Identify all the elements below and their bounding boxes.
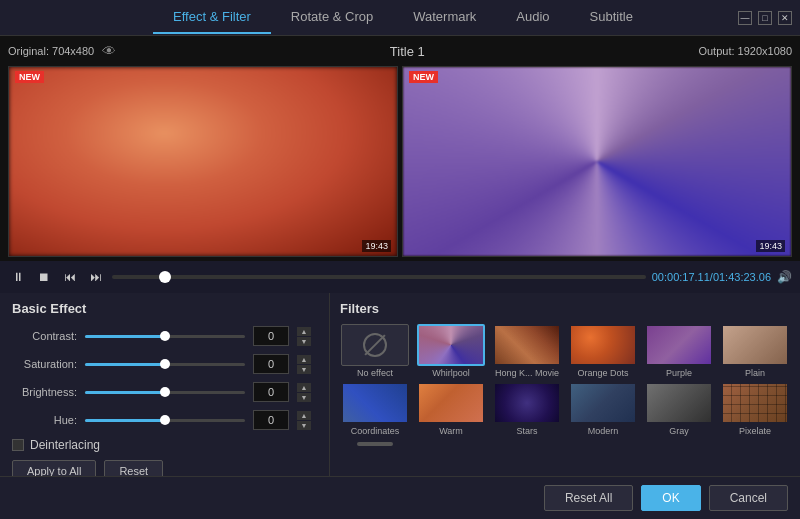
filter-item-plain[interactable]: Plain [720, 324, 790, 378]
whirlpool-image [419, 326, 483, 364]
hue-up[interactable]: ▲ [297, 411, 311, 420]
original-timestamp: 19:43 [362, 240, 391, 252]
hue-down[interactable]: ▼ [297, 421, 311, 430]
filter-item-whirlpool[interactable]: Whirlpool [416, 324, 486, 378]
tab-watermark[interactable]: Watermark [393, 1, 496, 34]
filter-name-modern: Modern [588, 426, 619, 436]
next-button[interactable]: ⏭ [86, 268, 106, 286]
cancel-button[interactable]: Cancel [709, 485, 788, 511]
hue-thumb[interactable] [160, 415, 170, 425]
filter-item-coordinates[interactable]: Coordinates [340, 382, 410, 446]
no-effect-symbol [363, 333, 387, 357]
filter-name-warm: Warm [439, 426, 463, 436]
hue-value: 0 [253, 410, 289, 430]
transport-bar: ⏸ ⏹ ⏮ ⏭ 00:00:17.11/01:43:23.06 🔊 [0, 261, 800, 293]
saturation-track[interactable] [85, 363, 245, 366]
brightness-value: 0 [253, 382, 289, 402]
filter-item-purple[interactable]: Purple [644, 324, 714, 378]
filter-thumb-plain [721, 324, 789, 366]
original-label: Original: 704x480 [8, 45, 94, 57]
deinterlace-label: Deinterlacing [30, 438, 100, 452]
contrast-track[interactable] [85, 335, 245, 338]
video-info-bar: Original: 704x480 👁 Title 1 Output: 1920… [0, 36, 800, 66]
filter-item-gray[interactable]: Gray [644, 382, 714, 446]
close-button[interactable]: ✕ [778, 11, 792, 25]
saturation-thumb[interactable] [160, 359, 170, 369]
tab-effect-filter[interactable]: Effect & Filter [153, 1, 271, 34]
filter-thumb-stars [493, 382, 561, 424]
contrast-value: 0 [253, 326, 289, 346]
modern-image [571, 384, 635, 422]
contrast-row: Contrast: 0 ▲ ▼ [12, 326, 317, 346]
saturation-up[interactable]: ▲ [297, 355, 311, 364]
contrast-fill [85, 335, 165, 338]
filter-item-orangedots[interactable]: Orange Dots [568, 324, 638, 378]
prev-button[interactable]: ⏮ [60, 268, 80, 286]
eye-icon[interactable]: 👁 [102, 43, 116, 59]
stars-image [495, 384, 559, 422]
warm-image [419, 384, 483, 422]
tab-subtitle[interactable]: Subtitle [570, 1, 653, 34]
original-preview: NEW 19:43 [8, 66, 398, 257]
stop-button[interactable]: ⏹ [34, 268, 54, 286]
reset-all-button[interactable]: Reset All [544, 485, 633, 511]
brightness-track[interactable] [85, 391, 245, 394]
brightness-down[interactable]: ▼ [297, 393, 311, 402]
hongkong-image [495, 326, 559, 364]
filter-item-stars[interactable]: Stars [492, 382, 562, 446]
filter-item-modern[interactable]: Modern [568, 382, 638, 446]
window-controls: — □ ✕ [738, 11, 792, 25]
contrast-thumb[interactable] [160, 331, 170, 341]
maximize-button[interactable]: □ [758, 11, 772, 25]
orangedots-image [571, 326, 635, 364]
filter-thumb-whirlpool [417, 324, 485, 366]
filter-name-gray: Gray [669, 426, 689, 436]
title-bar: Effect & Filter Rotate & Crop Watermark … [0, 0, 800, 36]
basic-effect-title: Basic Effect [12, 301, 317, 316]
filter-item-pixelate[interactable]: Pixelate [720, 382, 790, 446]
filter-thumb-purple [645, 324, 713, 366]
brightness-label: Brightness: [12, 386, 77, 398]
tab-bar: Effect & Filter Rotate & Crop Watermark … [68, 1, 738, 34]
brightness-thumb[interactable] [160, 387, 170, 397]
saturation-value: 0 [253, 354, 289, 374]
pause-button[interactable]: ⏸ [8, 268, 28, 286]
deinterlace-checkbox[interactable] [12, 439, 24, 451]
filter-thumb-modern [569, 382, 637, 424]
filter-name-pixelate: Pixelate [739, 426, 771, 436]
contrast-up[interactable]: ▲ [297, 327, 311, 336]
effect-new-badge: NEW [409, 71, 438, 83]
contrast-label: Contrast: [12, 330, 77, 342]
filter-name-hongkong: Hong K... Movie [495, 368, 559, 378]
no-effect-thumb [341, 324, 409, 366]
brightness-up[interactable]: ▲ [297, 383, 311, 392]
coordinates-image [343, 384, 407, 422]
filter-item-hongkong[interactable]: Hong K... Movie [492, 324, 562, 378]
saturation-spinner: ▲ ▼ [297, 355, 311, 374]
contrast-down[interactable]: ▼ [297, 337, 311, 346]
bottom-area: Basic Effect Contrast: 0 ▲ ▼ Saturation:… [0, 293, 800, 519]
saturation-down[interactable]: ▼ [297, 365, 311, 374]
preview-row: NEW 19:43 NEW 19:43 [0, 66, 800, 261]
gray-image [647, 384, 711, 422]
output-label: Output: 1920x1080 [698, 45, 792, 57]
minimize-button[interactable]: — [738, 11, 752, 25]
hue-track[interactable] [85, 419, 245, 422]
filter-item-no-effect[interactable]: No effect [340, 324, 410, 378]
progress-track[interactable] [112, 275, 646, 279]
filter-item-warm[interactable]: Warm [416, 382, 486, 446]
brightness-spinner: ▲ ▼ [297, 383, 311, 402]
hue-row: Hue: 0 ▲ ▼ [12, 410, 317, 430]
ok-button[interactable]: OK [641, 485, 700, 511]
original-preview-image [9, 67, 397, 256]
brightness-fill [85, 391, 165, 394]
volume-icon[interactable]: 🔊 [777, 270, 792, 284]
filter-thumb-warm [417, 382, 485, 424]
progress-thumb[interactable] [159, 271, 171, 283]
hue-spinner: ▲ ▼ [297, 411, 311, 430]
tab-rotate-crop[interactable]: Rotate & Crop [271, 1, 393, 34]
saturation-fill [85, 363, 165, 366]
tab-audio[interactable]: Audio [496, 1, 569, 34]
selected-indicator [357, 442, 393, 446]
pixelate-image [723, 384, 787, 422]
